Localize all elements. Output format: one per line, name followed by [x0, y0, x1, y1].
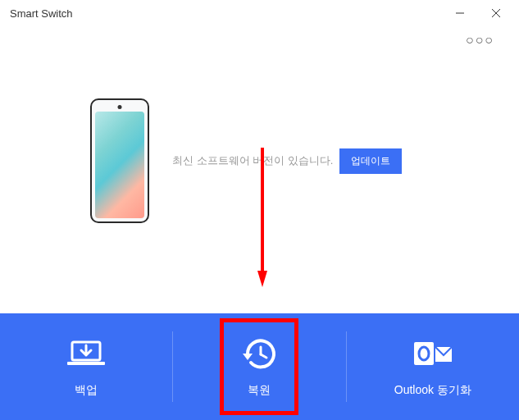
outlook-sync-label: Outlook 동기화 [394, 383, 471, 398]
minimize-button[interactable] [444, 2, 476, 25]
phone-camera-icon [118, 105, 122, 109]
main-content: 최신 소프트웨어 버전이 있습니다. 업데이트 [0, 49, 519, 256]
restore-label: 복원 [248, 383, 271, 398]
outlook-sync-button[interactable]: Outlook 동기화 [347, 313, 519, 420]
device-preview [90, 98, 149, 223]
titlebar: Smart Switch [0, 0, 519, 26]
svg-rect-10 [414, 342, 434, 365]
status-row: 최신 소프트웨어 버전이 있습니다. 업데이트 [169, 148, 402, 174]
more-options-button[interactable]: ○○○ [461, 31, 499, 49]
svg-marker-7 [243, 354, 253, 360]
svg-line-9 [261, 354, 266, 358]
close-button[interactable] [480, 2, 512, 25]
window-controls [444, 2, 512, 25]
outlook-icon [410, 336, 456, 372]
action-bar: 백업 복원 Outlook 동기화 [0, 313, 519, 420]
app-title: Smart Switch [10, 7, 73, 20]
svg-marker-4 [257, 271, 267, 287]
phone-wallpaper [95, 112, 144, 218]
menu-row: ○○○ [0, 26, 519, 49]
software-status-text: 최신 소프트웨어 버전이 있습니다. [172, 153, 333, 168]
backup-laptop-icon [63, 336, 109, 372]
update-button[interactable]: 업데이트 [339, 148, 402, 174]
restore-button[interactable]: 복원 [173, 313, 345, 420]
restore-history-icon [236, 336, 282, 372]
backup-button[interactable]: 백업 [0, 313, 172, 420]
backup-label: 백업 [75, 383, 98, 398]
svg-rect-6 [67, 362, 105, 365]
